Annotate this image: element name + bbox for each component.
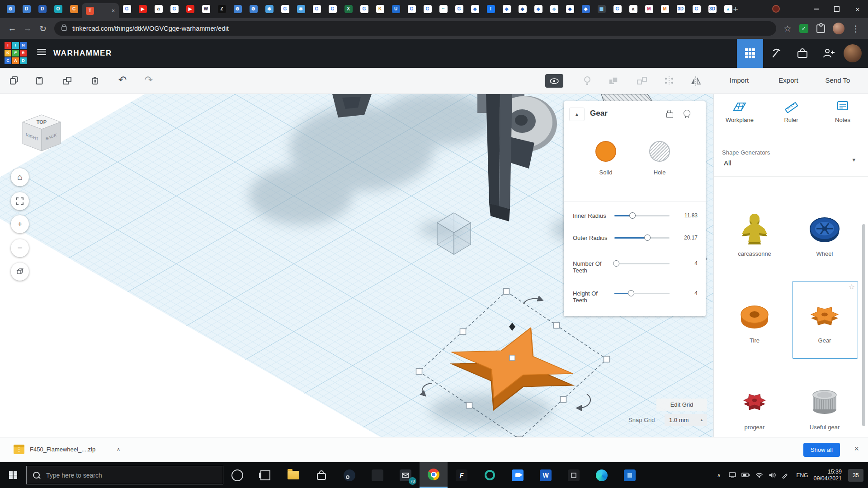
chevron-down-icon[interactable]: ▾ [852, 156, 855, 163]
tab-diamond[interactable]: ◆ [467, 0, 483, 18]
import-button[interactable]: Import [720, 76, 759, 84]
send-to-button[interactable]: Send To [818, 76, 857, 84]
tab-close-icon[interactable]: × [112, 8, 115, 14]
undo-icon[interactable]: ↶ [116, 74, 129, 86]
lightbulb-icon[interactable] [684, 110, 690, 117]
downloaded-file-chip[interactable]: F450_Flamewheel_....zip [30, 446, 95, 453]
taskbar-app-dark[interactable] [363, 462, 392, 488]
slider-track[interactable] [614, 263, 670, 264]
tab-diamond[interactable]: ◆ [530, 0, 546, 18]
slider-knob[interactable] [613, 260, 619, 267]
monitor-icon[interactable] [729, 472, 736, 478]
slider-knob[interactable] [629, 212, 636, 219]
slider-track[interactable] [614, 293, 670, 294]
notification-count-badge[interactable]: 35 [848, 469, 863, 482]
bookmark-star-icon[interactable]: ☆ [780, 23, 795, 34]
copy-icon[interactable] [9, 75, 20, 86]
tab-google[interactable]: G [404, 0, 420, 18]
edit-grid-button[interactable]: Edit Grid [656, 399, 707, 411]
lock-icon[interactable] [666, 113, 673, 118]
slider-track[interactable] [614, 215, 670, 216]
tab-youtube[interactable]: ▶ [135, 0, 151, 18]
delete-icon[interactable] [90, 75, 100, 86]
tab-google[interactable]: G [166, 0, 182, 18]
tab-diamond[interactable]: ◆ [514, 0, 530, 18]
tab-docs[interactable]: D [19, 0, 34, 18]
shape-item-carcassonne[interactable]: carcassonne [723, 210, 786, 257]
mirror-icon[interactable] [690, 75, 702, 86]
tab-wave[interactable]: ~ [435, 0, 451, 18]
tab-google[interactable]: G [119, 0, 135, 18]
taskbar-app-steam[interactable] [335, 462, 363, 488]
slider-knob[interactable] [644, 235, 651, 241]
show-all-button[interactable] [545, 74, 563, 88]
redo-icon[interactable]: ↷ [142, 74, 156, 86]
tab-diamond[interactable]: ◆ [562, 0, 578, 18]
sidebar-scrollbar[interactable] [862, 224, 865, 426]
center-handle[interactable] [509, 355, 515, 361]
zoom-in-button[interactable]: + [11, 215, 29, 233]
tab-google[interactable]: G [325, 0, 340, 18]
invite-button[interactable] [816, 39, 842, 68]
solid-swatch[interactable] [595, 141, 616, 162]
fit-view-button[interactable] [11, 192, 29, 210]
tab-tinkercad[interactable]: T× [82, 3, 119, 18]
tab-image[interactable]: ▦ [594, 0, 609, 18]
browser-avatar[interactable] [833, 23, 844, 34]
taskbar-app-edge[interactable] [588, 462, 616, 488]
shape-item-useful-gear[interactable]: Useful gear [793, 383, 856, 431]
tab-gear[interactable]: ⚙ [3, 0, 19, 18]
snap-grid-dropdown[interactable]: 1.0 mm ▲ [665, 414, 707, 426]
perspective-toggle-button[interactable] [11, 263, 29, 281]
slider-knob[interactable] [628, 290, 634, 296]
window-maximize-button[interactable] [826, 0, 847, 18]
taskbar-app-mail[interactable]: 78 [392, 462, 420, 488]
close-download-bar-icon[interactable]: × [854, 444, 859, 454]
tab-facebook[interactable]: f [483, 0, 499, 18]
minecraft-export-button[interactable] [763, 39, 789, 68]
tab-gear[interactable]: ⚙ [245, 0, 261, 18]
tinkercad-logo[interactable]: T I N K E R C A D [5, 42, 27, 64]
account-avatar[interactable] [844, 44, 862, 62]
tab-google[interactable]: G [309, 0, 325, 18]
hole-swatch[interactable] [649, 141, 670, 162]
taskbar-app-f[interactable]: F [448, 462, 476, 488]
design-title[interactable]: WARHAMMER [53, 49, 112, 58]
tab-m[interactable]: M [657, 0, 673, 18]
tab-shop[interactable]: C [66, 0, 82, 18]
export-button[interactable]: Export [769, 76, 808, 84]
tab-gear[interactable]: ⚙ [230, 0, 245, 18]
tab-circle[interactable]: O [50, 0, 66, 18]
shape-generators-filter[interactable]: All [724, 159, 731, 167]
menu-icon[interactable] [37, 49, 46, 57]
back-button[interactable]: ← [5, 23, 20, 33]
tab-key[interactable]: K [372, 0, 388, 18]
search-input[interactable] [45, 471, 223, 479]
tab-youtube[interactable]: ▶ [182, 0, 198, 18]
volume-icon[interactable] [769, 472, 776, 478]
favorite-star-icon[interactable]: ☆ [849, 282, 855, 291]
browser-menu-icon[interactable]: ⋮ [848, 23, 863, 34]
pen-icon[interactable] [782, 472, 788, 479]
taskbar-app-camera[interactable] [504, 462, 532, 488]
zoom-out-button[interactable]: − [11, 239, 29, 257]
slider-track[interactable] [614, 237, 670, 239]
tab-diamond[interactable]: ◆ [546, 0, 562, 18]
panel-collapse-button[interactable]: ▲ [569, 108, 585, 121]
start-button[interactable] [0, 462, 26, 488]
browser-profile-icon[interactable] [772, 5, 780, 13]
window-minimize-button[interactable] [806, 0, 826, 18]
view-cube-top-label[interactable]: TOP [37, 119, 47, 125]
battery-icon[interactable] [741, 473, 750, 478]
taskbar-app-word[interactable]: W [532, 462, 560, 488]
taskbar-app-store[interactable] [307, 462, 335, 488]
tab-google[interactable]: G [420, 0, 435, 18]
show-all-downloads-button[interactable]: Show all [803, 443, 840, 457]
tab-diamond[interactable]: ◆ [499, 0, 514, 18]
address-bar[interactable]: tinkercad.com/things/dtkWOGVCgqe-warhamm… [54, 21, 776, 36]
shape-item-tire[interactable]: Tire [723, 296, 786, 344]
url-text[interactable]: tinkercad.com/things/dtkWOGVCgqe-warhamm… [72, 25, 229, 32]
tab-docs[interactable]: D [34, 0, 50, 18]
sidebar-tool-workplane[interactable]: Workplane [714, 99, 765, 123]
tab-amazon[interactable]: a [151, 0, 166, 18]
